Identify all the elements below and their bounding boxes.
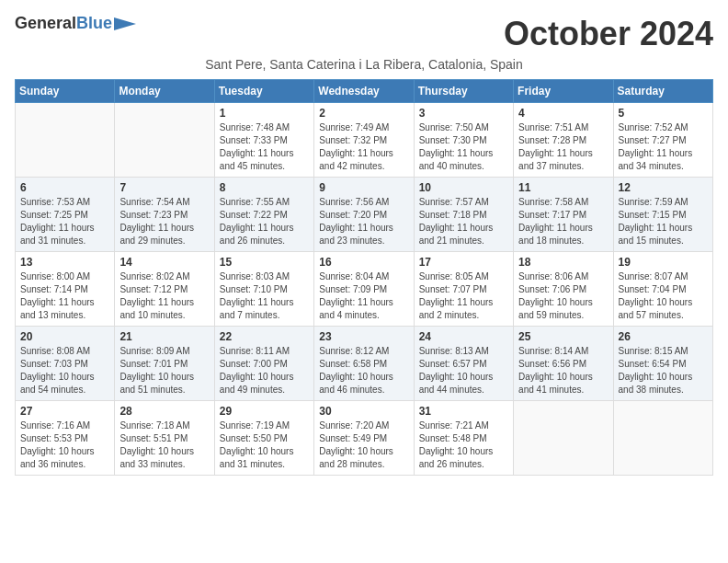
sunrise-text: Sunrise: 8:06 AM <box>518 270 608 283</box>
logo-flag-icon <box>114 17 136 30</box>
sunrise-text: Sunrise: 7:49 AM <box>319 121 408 134</box>
sunrise-text: Sunrise: 7:59 AM <box>619 196 708 209</box>
day-number: 8 <box>220 181 309 194</box>
table-row: 6Sunrise: 7:53 AMSunset: 7:25 PMDaylight… <box>16 178 115 252</box>
calendar-week-row: 6Sunrise: 7:53 AMSunset: 7:25 PMDaylight… <box>16 178 713 252</box>
day-number: 15 <box>220 256 309 269</box>
daylight-text: Daylight: 10 hours and 36 minutes. <box>20 445 109 471</box>
sunset-text: Sunset: 5:50 PM <box>220 432 309 445</box>
sunset-text: Sunset: 5:53 PM <box>20 432 109 445</box>
sunrise-text: Sunrise: 7:48 AM <box>220 121 309 134</box>
daylight-text: Daylight: 10 hours and 49 minutes. <box>220 371 309 396</box>
day-detail: Sunrise: 8:07 AMSunset: 7:04 PMDaylight:… <box>619 270 708 322</box>
sunset-text: Sunset: 7:25 PM <box>20 209 109 222</box>
sunrise-text: Sunrise: 8:08 AM <box>20 345 109 358</box>
table-row: 30Sunrise: 7:20 AMSunset: 5:49 PMDayligh… <box>314 401 414 476</box>
table-row: 29Sunrise: 7:19 AMSunset: 5:50 PMDayligh… <box>214 401 313 476</box>
table-row: 28Sunrise: 7:18 AMSunset: 5:51 PMDayligh… <box>115 401 214 476</box>
day-detail: Sunrise: 8:00 AMSunset: 7:14 PMDaylight:… <box>20 270 109 322</box>
daylight-text: Daylight: 11 hours and 29 minutes. <box>119 222 209 247</box>
day-detail: Sunrise: 7:55 AMSunset: 7:22 PMDaylight:… <box>220 196 309 247</box>
table-row <box>514 401 613 476</box>
sunset-text: Sunset: 7:33 PM <box>220 134 309 147</box>
day-detail: Sunrise: 7:21 AMSunset: 5:48 PMDaylight:… <box>419 419 508 471</box>
day-detail: Sunrise: 7:49 AMSunset: 7:32 PMDaylight:… <box>319 121 408 173</box>
day-number: 30 <box>319 405 408 418</box>
daylight-text: Daylight: 11 hours and 23 minutes. <box>319 222 408 247</box>
day-detail: Sunrise: 8:08 AMSunset: 7:03 PMDaylight:… <box>20 345 109 396</box>
table-row: 11Sunrise: 7:58 AMSunset: 7:17 PMDayligh… <box>514 178 613 252</box>
table-row: 4Sunrise: 7:51 AMSunset: 7:28 PMDaylight… <box>514 103 613 178</box>
table-row: 18Sunrise: 8:06 AMSunset: 7:06 PMDayligh… <box>514 252 613 327</box>
sunrise-text: Sunrise: 7:50 AM <box>419 121 508 134</box>
sunset-text: Sunset: 7:23 PM <box>119 209 209 222</box>
day-detail: Sunrise: 8:12 AMSunset: 6:58 PMDaylight:… <box>319 345 408 396</box>
table-row: 13Sunrise: 8:00 AMSunset: 7:14 PMDayligh… <box>16 252 115 327</box>
sunrise-text: Sunrise: 7:55 AM <box>220 196 309 209</box>
day-number: 2 <box>319 107 408 120</box>
sunset-text: Sunset: 6:54 PM <box>619 358 708 371</box>
day-detail: Sunrise: 8:15 AMSunset: 6:54 PMDaylight:… <box>619 345 708 396</box>
sunset-text: Sunset: 6:57 PM <box>419 358 508 371</box>
table-row: 10Sunrise: 7:57 AMSunset: 7:18 PMDayligh… <box>414 178 513 252</box>
sunrise-text: Sunrise: 7:18 AM <box>119 419 209 432</box>
month-title: October 2024 <box>504 15 713 53</box>
day-number: 6 <box>20 181 109 194</box>
day-detail: Sunrise: 7:20 AMSunset: 5:49 PMDaylight:… <box>319 419 408 471</box>
sunset-text: Sunset: 6:56 PM <box>518 358 608 371</box>
table-row: 9Sunrise: 7:56 AMSunset: 7:20 PMDaylight… <box>314 178 414 252</box>
sunrise-text: Sunrise: 8:12 AM <box>319 345 408 358</box>
sunrise-text: Sunrise: 8:07 AM <box>619 270 708 283</box>
table-row: 16Sunrise: 8:04 AMSunset: 7:09 PMDayligh… <box>314 252 414 327</box>
day-number: 12 <box>619 181 708 194</box>
day-detail: Sunrise: 7:18 AMSunset: 5:51 PMDaylight:… <box>119 419 209 471</box>
daylight-text: Daylight: 10 hours and 46 minutes. <box>319 371 408 396</box>
sunrise-text: Sunrise: 7:56 AM <box>319 196 408 209</box>
daylight-text: Daylight: 11 hours and 7 minutes. <box>220 296 309 322</box>
daylight-text: Daylight: 10 hours and 38 minutes. <box>619 371 708 396</box>
table-row: 14Sunrise: 8:02 AMSunset: 7:12 PMDayligh… <box>115 252 214 327</box>
sunset-text: Sunset: 7:07 PM <box>419 283 508 296</box>
col-wednesday: Wednesday <box>314 80 414 103</box>
day-detail: Sunrise: 7:19 AMSunset: 5:50 PMDaylight:… <box>220 419 309 471</box>
day-number: 13 <box>20 256 109 269</box>
logo-blue: Blue <box>76 14 112 32</box>
table-row: 12Sunrise: 7:59 AMSunset: 7:15 PMDayligh… <box>613 178 712 252</box>
sunset-text: Sunset: 7:20 PM <box>319 209 408 222</box>
sunrise-text: Sunrise: 7:57 AM <box>419 196 508 209</box>
sunrise-text: Sunrise: 8:05 AM <box>419 270 508 283</box>
table-row <box>16 103 115 178</box>
table-row: 19Sunrise: 8:07 AMSunset: 7:04 PMDayligh… <box>613 252 712 327</box>
calendar-header-row: Sunday Monday Tuesday Wednesday Thursday… <box>16 80 713 103</box>
calendar-week-row: 13Sunrise: 8:00 AMSunset: 7:14 PMDayligh… <box>16 252 713 327</box>
day-detail: Sunrise: 8:05 AMSunset: 7:07 PMDaylight:… <box>419 270 508 322</box>
daylight-text: Daylight: 11 hours and 45 minutes. <box>220 147 309 173</box>
day-number: 24 <box>419 330 508 343</box>
daylight-text: Daylight: 10 hours and 57 minutes. <box>619 296 708 322</box>
daylight-text: Daylight: 10 hours and 28 minutes. <box>319 445 408 471</box>
sunrise-text: Sunrise: 8:00 AM <box>20 270 109 283</box>
table-row: 15Sunrise: 8:03 AMSunset: 7:10 PMDayligh… <box>214 252 313 327</box>
day-detail: Sunrise: 7:58 AMSunset: 7:17 PMDaylight:… <box>518 196 608 247</box>
table-row: 5Sunrise: 7:52 AMSunset: 7:27 PMDaylight… <box>613 103 712 178</box>
daylight-text: Daylight: 10 hours and 31 minutes. <box>220 445 309 471</box>
table-row: 26Sunrise: 8:15 AMSunset: 6:54 PMDayligh… <box>613 327 712 401</box>
daylight-text: Daylight: 10 hours and 41 minutes. <box>518 371 608 396</box>
day-number: 26 <box>619 330 708 343</box>
day-number: 3 <box>419 107 508 120</box>
page-header: GeneralBlue October 2024 <box>15 15 713 53</box>
sunrise-text: Sunrise: 8:15 AM <box>619 345 708 358</box>
sunrise-text: Sunrise: 7:53 AM <box>20 196 109 209</box>
day-detail: Sunrise: 7:57 AMSunset: 7:18 PMDaylight:… <box>419 196 508 247</box>
day-detail: Sunrise: 8:04 AMSunset: 7:09 PMDaylight:… <box>319 270 408 322</box>
sunset-text: Sunset: 7:09 PM <box>319 283 408 296</box>
day-number: 5 <box>619 107 708 120</box>
sunset-text: Sunset: 7:27 PM <box>619 134 708 147</box>
day-number: 4 <box>518 107 608 120</box>
sunrise-text: Sunrise: 7:51 AM <box>518 121 608 134</box>
sunrise-text: Sunrise: 8:09 AM <box>119 345 209 358</box>
daylight-text: Daylight: 10 hours and 54 minutes. <box>20 371 109 396</box>
daylight-text: Daylight: 10 hours and 44 minutes. <box>419 371 508 396</box>
day-detail: Sunrise: 7:56 AMSunset: 7:20 PMDaylight:… <box>319 196 408 247</box>
sunset-text: Sunset: 7:32 PM <box>319 134 408 147</box>
